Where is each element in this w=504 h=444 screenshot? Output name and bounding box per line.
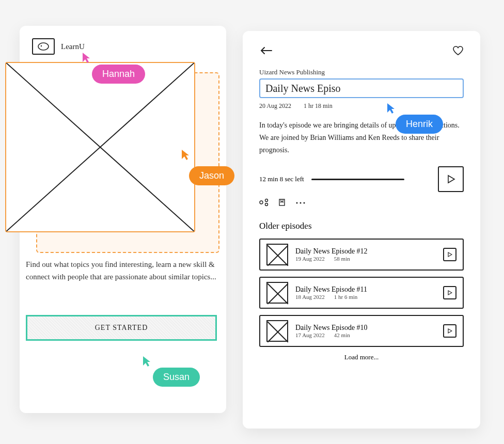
older-episodes-heading: Older episodes xyxy=(259,221,464,231)
episode-title-input[interactable] xyxy=(259,78,464,98)
logo-row: LearnU xyxy=(32,38,214,55)
play-button[interactable] xyxy=(438,166,464,192)
publisher-name: Uizard News Publishing xyxy=(259,68,464,76)
collaborator-label-susan: Susan xyxy=(153,368,200,387)
episode-row[interactable]: Daily News Episode #11 18 Aug 2022 1 hr … xyxy=(259,277,464,309)
episode-item-duration: 1 hr 6 min xyxy=(334,294,358,300)
episode-item-duration: 58 min xyxy=(334,256,350,262)
episode-meta: 20 Aug 2022 1 hr 18 min xyxy=(259,102,464,110)
svg-point-0 xyxy=(38,43,49,50)
svg-point-7 xyxy=(265,199,268,202)
progress-fill xyxy=(311,179,404,180)
more-icon[interactable] xyxy=(295,198,306,209)
svg-rect-9 xyxy=(279,199,285,205)
time-remaining: 12 min 8 sec left xyxy=(259,175,304,183)
player-row: 12 min 8 sec left xyxy=(259,166,464,192)
svg-point-6 xyxy=(260,201,263,204)
bookmark-icon[interactable] xyxy=(278,198,286,209)
episode-item-date: 18 Aug 2022 xyxy=(295,294,325,300)
cursor-icon-susan xyxy=(142,355,151,368)
logo-icon xyxy=(32,38,55,55)
intro-paragraph: Find out what topics you find interestin… xyxy=(26,258,217,283)
share-icon[interactable] xyxy=(259,198,269,209)
svg-point-11 xyxy=(300,202,302,204)
collaborator-label-jason: Jason xyxy=(189,166,234,185)
episode-item-title: Daily News Episode #10 xyxy=(295,324,436,332)
episode-info: Daily News Episode #11 18 Aug 2022 1 hr … xyxy=(295,286,436,300)
episode-duration: 1 hr 18 min xyxy=(304,102,333,110)
hero-image-placeholder[interactable] xyxy=(5,62,195,232)
svg-point-8 xyxy=(265,203,268,206)
back-arrow-icon[interactable] xyxy=(259,46,273,57)
heart-icon[interactable] xyxy=(452,45,464,58)
svg-point-12 xyxy=(304,202,305,204)
logo-text: LearnU xyxy=(61,42,85,51)
episode-item-date: 19 Aug 2022 xyxy=(295,256,325,262)
collaborator-label-henrik: Henrik xyxy=(396,115,443,134)
episode-info: Daily News Episode #12 19 Aug 2022 58 mi… xyxy=(295,247,436,262)
svg-point-1 xyxy=(41,45,42,46)
episode-row[interactable]: Daily News Episode #12 19 Aug 2022 58 mi… xyxy=(259,239,464,271)
episode-item-title: Daily News Episode #12 xyxy=(295,247,436,256)
cursor-icon-hannah xyxy=(82,52,91,64)
collaborator-label-hannah: Hannah xyxy=(92,65,145,84)
episode-item-date: 17 Aug 2022 xyxy=(295,332,325,338)
get-started-button[interactable]: GET STARTED xyxy=(26,315,217,341)
topbar xyxy=(259,45,464,58)
episode-info: Daily News Episode #10 17 Aug 2022 42 mi… xyxy=(295,324,436,338)
cursor-icon-jason xyxy=(181,149,190,161)
episode-item-title: Daily News Episode #11 xyxy=(295,286,436,294)
episode-thumbnail-icon xyxy=(266,244,288,265)
episode-item-duration: 42 min xyxy=(334,332,350,338)
episode-thumbnail-icon xyxy=(266,320,288,342)
episode-play-icon[interactable] xyxy=(443,286,456,299)
cursor-icon-henrik xyxy=(386,102,396,115)
episode-play-icon[interactable] xyxy=(443,248,456,261)
action-icon-row xyxy=(259,198,464,209)
progress-track[interactable] xyxy=(311,178,431,181)
episode-row[interactable]: Daily News Episode #10 17 Aug 2022 42 mi… xyxy=(259,315,464,347)
episode-play-icon[interactable] xyxy=(443,324,456,338)
cta-label: GET STARTED xyxy=(95,324,148,332)
episode-date: 20 Aug 2022 xyxy=(259,102,291,110)
load-more-button[interactable]: Load more... xyxy=(259,353,464,361)
episode-thumbnail-icon xyxy=(266,282,288,304)
svg-point-10 xyxy=(296,202,298,204)
right-wireframe-panel: Uizard News Publishing 20 Aug 2022 1 hr … xyxy=(243,31,480,429)
